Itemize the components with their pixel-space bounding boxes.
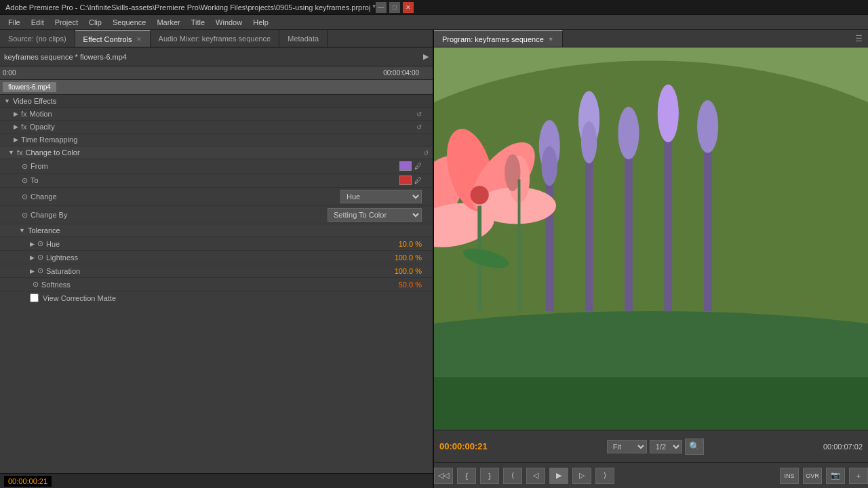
softness-clock-icon: ⊙ xyxy=(33,280,39,289)
motion-row[interactable]: ▶ fx Motion ↺ xyxy=(0,108,433,121)
to-row[interactable]: ⊙ To 🖊 xyxy=(0,174,433,188)
from-eyedropper-icon[interactable]: 🖊 xyxy=(414,162,422,170)
ec-header: keyframes sequence * flowers-6.mp4 ▶ xyxy=(0,47,433,66)
change-clock-icon: ⊙ xyxy=(22,192,28,201)
svg-point-7 xyxy=(581,121,597,163)
zoom-button[interactable]: 🔍 xyxy=(685,439,704,455)
change-dropdown[interactable]: Hue Hue & Saturation All xyxy=(340,190,422,203)
menu-title[interactable]: Title xyxy=(186,17,210,28)
menu-project[interactable]: Project xyxy=(50,17,83,28)
change-by-clock-icon: ⊙ xyxy=(22,211,28,220)
change-to-color-reset[interactable]: ↺ xyxy=(423,149,429,157)
change-by-dropdown[interactable]: Setting To Color Transforming To Color xyxy=(328,208,422,222)
change-to-color-fx-icon: fx xyxy=(17,148,23,157)
ec-timecode-display: 00:00:00:21 xyxy=(4,476,52,487)
effects-list: ▼ Video Effects ▶ fx Motion ↺ ▶ fx Opaci… xyxy=(0,95,433,473)
menu-file[interactable]: File xyxy=(3,17,26,28)
from-row[interactable]: ⊙ From 🖊 xyxy=(0,159,433,174)
change-label: Change xyxy=(31,192,340,201)
change-row[interactable]: ⊙ Change Hue Hue & Saturation All xyxy=(0,188,433,206)
mark-out-button[interactable]: } xyxy=(480,468,499,484)
prog-tab-arrow[interactable]: ▼ xyxy=(548,36,554,43)
hue-triangle: ▶ xyxy=(30,241,35,247)
motion-reset[interactable]: ↺ xyxy=(416,110,422,118)
svg-rect-12 xyxy=(704,133,712,311)
insert-button[interactable]: INS xyxy=(780,468,799,484)
motion-triangle: ▶ xyxy=(14,110,18,117)
mark-in-button[interactable]: { xyxy=(457,468,476,484)
time-remap-label: Time Remapping xyxy=(21,136,422,144)
step-fwd-button[interactable]: ▷ xyxy=(572,468,591,484)
saturation-clock-icon: ⊙ xyxy=(37,266,43,275)
to-color-swatch[interactable] xyxy=(399,176,412,185)
prog-panel-menu[interactable]: ☰ xyxy=(850,34,868,43)
go-prev-button[interactable]: ⟨ xyxy=(503,468,522,484)
tab-source[interactable]: Source: (no clips) xyxy=(0,30,75,47)
saturation-value[interactable]: 100.0 % xyxy=(395,267,422,275)
fit-select[interactable]: Fit 25% 50% 100% xyxy=(607,440,647,453)
to-clock-icon: ⊙ xyxy=(22,176,28,185)
svg-point-9 xyxy=(618,107,639,160)
lightness-value[interactable]: 100.0 % xyxy=(395,253,422,262)
time-remap-row[interactable]: ▶ Time Remapping xyxy=(0,134,433,146)
softness-label: Softness xyxy=(41,281,399,289)
tab-audio-mixer[interactable]: Audio Mixer: keyframes sequence xyxy=(151,30,280,47)
export-frame-button[interactable]: 📷 xyxy=(826,468,845,484)
hue-row[interactable]: ▶ ⊙ Hue 10.0 % xyxy=(0,237,433,251)
play-button[interactable]: ▶ xyxy=(549,468,568,484)
go-next-button[interactable]: ⟩ xyxy=(595,468,614,484)
lightness-label: Lightness xyxy=(46,253,395,262)
left-panel: Source: (no clips) Effect Controls ✕ Aud… xyxy=(0,30,434,488)
tab-close-icon[interactable]: ✕ xyxy=(136,36,142,43)
ratio-select[interactable]: 1/2 Full xyxy=(650,440,682,453)
ec-expand-arrow[interactable]: ▶ xyxy=(423,52,429,61)
video-effects-section[interactable]: ▼ Video Effects xyxy=(0,95,433,108)
menu-edit[interactable]: Edit xyxy=(26,17,50,28)
step-back-button[interactable]: ◁ xyxy=(526,468,545,484)
from-color-swatch[interactable] xyxy=(399,161,412,171)
add-button[interactable]: + xyxy=(849,468,868,484)
change-to-color-header[interactable]: ▼ fx Change to Color ↺ xyxy=(0,146,433,159)
ec-time-start: 0:00 xyxy=(3,69,16,77)
program-timecode: 00:00:00:21 xyxy=(439,441,488,451)
opacity-reset[interactable]: ↺ xyxy=(416,123,422,131)
menu-bar: File Edit Project Clip Sequence Marker T… xyxy=(0,15,868,30)
time-remap-triangle: ▶ xyxy=(14,136,18,143)
saturation-row[interactable]: ▶ ⊙ Saturation 100.0 % xyxy=(0,264,433,278)
overwrite-button[interactable]: OVR xyxy=(803,468,822,484)
effect-controls-panel: keyframes sequence * flowers-6.mp4 ▶ 0:0… xyxy=(0,47,433,488)
tolerance-header[interactable]: ▼ Tolerance xyxy=(0,224,433,237)
lightness-triangle: ▶ xyxy=(30,254,35,261)
close-button[interactable]: ✕ xyxy=(403,2,414,13)
menu-sequence[interactable]: Sequence xyxy=(107,17,152,28)
change-by-row[interactable]: ⊙ Change By Setting To Color Transformin… xyxy=(0,206,433,224)
shuttle-left-button[interactable]: ◁◁ xyxy=(434,468,453,484)
minimize-button[interactable]: — xyxy=(376,2,387,13)
ec-clip-name: keyframes sequence * flowers-6.mp4 xyxy=(4,53,423,61)
hue-value[interactable]: 10.0 % xyxy=(399,240,422,248)
tab-effect-controls[interactable]: Effect Controls ✕ xyxy=(75,30,151,47)
from-label: From xyxy=(31,162,399,170)
lightness-row[interactable]: ▶ ⊙ Lightness 100.0 % xyxy=(0,251,433,264)
svg-rect-30 xyxy=(434,377,868,430)
svg-point-13 xyxy=(697,100,718,153)
menu-marker[interactable]: Marker xyxy=(151,17,185,28)
menu-help[interactable]: Help xyxy=(248,17,274,28)
maximize-button[interactable]: □ xyxy=(389,2,400,13)
video-effects-triangle: ▼ xyxy=(4,98,10,104)
program-monitor-display xyxy=(434,47,868,430)
top-tab-bar: Source: (no clips) Effect Controls ✕ Aud… xyxy=(0,30,433,47)
view-correction-matte-checkbox[interactable] xyxy=(30,293,39,302)
to-eyedropper-icon[interactable]: 🖊 xyxy=(414,176,422,184)
to-label: To xyxy=(31,176,399,184)
svg-point-11 xyxy=(658,84,679,142)
tab-metadata[interactable]: Metadata xyxy=(279,30,328,47)
menu-clip[interactable]: Clip xyxy=(83,17,107,28)
tab-program-monitor[interactable]: Program: keyframes sequence ▼ xyxy=(434,30,563,47)
softness-row[interactable]: ⊙ Softness 50.0 % xyxy=(0,278,433,291)
video-effects-label: Video Effects xyxy=(13,97,56,105)
opacity-row[interactable]: ▶ fx Opacity ↺ xyxy=(0,121,433,134)
softness-value[interactable]: 50.0 % xyxy=(399,281,422,289)
menu-window[interactable]: Window xyxy=(210,17,248,28)
ec-time-end: 00:00:04:00 xyxy=(383,69,419,77)
